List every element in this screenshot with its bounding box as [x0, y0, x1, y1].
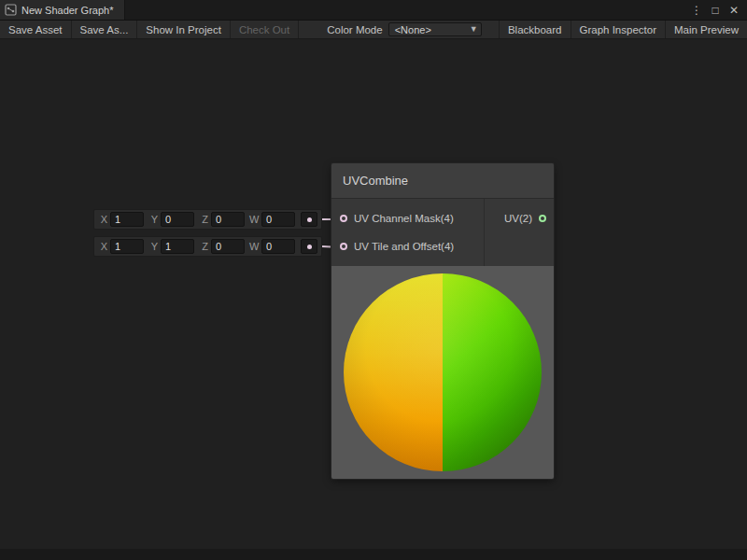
input-ports: UV Channel Mask(4) UV Tile and Offset(4) [331, 199, 484, 266]
x-value-field[interactable] [110, 239, 144, 254]
main-preview-toggle-button[interactable]: Main Preview [665, 21, 747, 38]
titlebar: New Shader Graph* ⋮ □ ✕ [0, 0, 747, 20]
port-label: UV Channel Mask(4) [354, 213, 454, 224]
output-ports: UV(2) [484, 199, 554, 266]
port-label: UV(2) [504, 213, 532, 224]
shader-graph-icon [5, 4, 17, 16]
vector4-widget-row-1: X Y Z W [93, 209, 322, 230]
port-dot-icon [307, 217, 312, 222]
axis-label-y: Y [148, 214, 158, 225]
window-controls: ⋮ □ ✕ [689, 0, 747, 20]
color-mode-group: Color Mode <None> ▼ [327, 21, 481, 38]
shader-graph-toolbar: Save Asset Save As... Show In Project Ch… [0, 20, 747, 39]
axis-label-x: X [98, 214, 107, 225]
z-value-field[interactable] [211, 239, 245, 254]
toolbar-right-group: Blackboard Graph Inspector Main Preview [499, 21, 747, 38]
widget-port-stub[interactable] [301, 239, 317, 254]
uvcombine-node[interactable]: UVCombine UV Channel Mask(4) UV Tile and… [331, 163, 554, 479]
axis-label-w: W [249, 214, 259, 225]
vector4-port-icon[interactable] [340, 215, 347, 222]
w-value-field[interactable] [261, 239, 295, 254]
color-mode-dropdown[interactable]: <None> ▼ [388, 22, 482, 36]
node-preview [331, 266, 554, 479]
color-mode-selected-value: <None> [395, 24, 431, 35]
show-in-project-button[interactable]: Show In Project [137, 21, 231, 38]
axis-label-z: Z [199, 214, 208, 225]
save-asset-button[interactable]: Save Asset [0, 21, 72, 38]
port-dot-icon [307, 245, 312, 249]
node-port-section: UV Channel Mask(4) UV Tile and Offset(4)… [331, 199, 554, 266]
y-value-field[interactable] [161, 212, 194, 227]
window-bottom-edge [0, 549, 747, 560]
tab-title: New Shader Graph* [21, 5, 113, 16]
save-as-button[interactable]: Save As... [72, 21, 138, 38]
widget-port-stub[interactable] [301, 212, 317, 227]
input-port-uv-tile-and-offset[interactable]: UV Tile and Offset(4) [331, 232, 484, 260]
check-out-button: Check Out [231, 21, 299, 38]
chevron-down-icon: ▼ [470, 25, 478, 34]
blackboard-toggle-button[interactable]: Blackboard [499, 21, 571, 38]
window-menu-icon[interactable]: ⋮ [689, 3, 704, 18]
node-title[interactable]: UVCombine [331, 163, 554, 199]
axis-label-z: Z [199, 241, 208, 252]
uv-preview-sphere [344, 273, 542, 471]
vector4-widget-row-2: X Y Z W [93, 236, 322, 257]
vector4-port-icon[interactable] [340, 243, 347, 250]
port-label: UV Tile and Offset(4) [354, 241, 454, 252]
color-mode-label: Color Mode [327, 24, 382, 35]
x-value-field[interactable] [110, 212, 144, 227]
axis-label-x: X [98, 241, 107, 252]
axis-label-w: W [249, 241, 259, 252]
output-port-uv[interactable]: UV(2) [485, 204, 554, 232]
maximize-icon[interactable]: □ [708, 3, 723, 18]
close-icon[interactable]: ✕ [726, 3, 741, 18]
vector2-port-icon[interactable] [539, 215, 546, 222]
z-value-field[interactable] [211, 212, 245, 227]
tab-new-shader-graph[interactable]: New Shader Graph* [0, 0, 125, 20]
y-value-field[interactable] [161, 239, 194, 254]
graph-inspector-toggle-button[interactable]: Graph Inspector [571, 21, 665, 38]
w-value-field[interactable] [261, 212, 295, 227]
input-port-uv-channel-mask[interactable]: UV Channel Mask(4) [331, 204, 484, 232]
axis-label-y: Y [148, 241, 158, 252]
